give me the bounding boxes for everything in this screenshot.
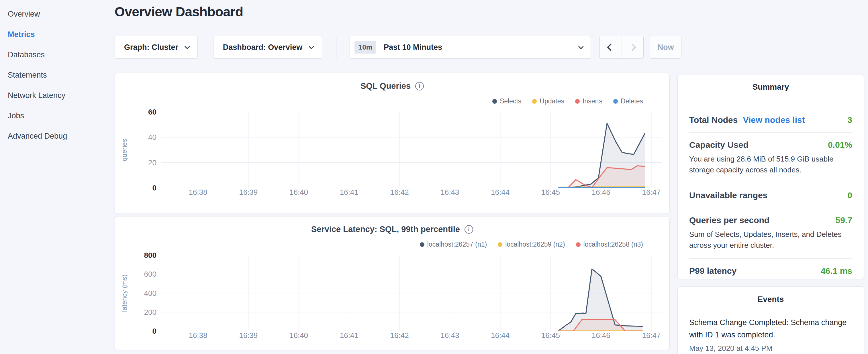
graph-scope-dropdown[interactable]: Graph: Cluster — [115, 36, 198, 59]
x-tick-label: 16:45 — [535, 331, 566, 340]
x-tick-label: 16:43 — [434, 331, 466, 340]
chart-plot[interactable] — [161, 255, 662, 331]
x-tick-label: 16:40 — [283, 188, 315, 197]
time-range-dropdown[interactable]: 10m Past 10 Minutes — [350, 36, 591, 59]
graph-scope-label: Graph: Cluster — [124, 43, 178, 52]
legend-dot-icon — [613, 99, 618, 104]
legend-item: Deletes — [613, 97, 643, 105]
chart-canvas — [161, 112, 662, 188]
x-tick-label: 16:38 — [182, 331, 214, 340]
sidebar-item-databases[interactable]: Databases — [0, 45, 115, 65]
x-tick-label: 16:46 — [585, 331, 617, 340]
service-latency-chart-panel: Service Latency: SQL, 99th percentile i … — [115, 216, 670, 350]
stat-subtext: Sum of Selects, Updates, Inserts, and De… — [689, 229, 850, 251]
sidebar-item-network-latency[interactable]: Network Latency — [0, 85, 115, 106]
x-tick-label: 16:44 — [485, 188, 516, 197]
dashboard-dropdown[interactable]: Dashboard: Overview — [213, 36, 322, 59]
legend-dot-icon — [498, 242, 502, 247]
legend-item: localhost:26258 (n3) — [576, 240, 643, 248]
chart-plot[interactable] — [161, 112, 662, 188]
y-tick-label: 60 — [129, 108, 156, 117]
y-tick-label: 0 — [129, 184, 156, 192]
sidebar-item-statements[interactable]: Statements — [0, 65, 115, 85]
legend-dot-icon — [575, 99, 580, 104]
stat-value: 0.01% — [828, 140, 852, 150]
legend-item: Updates — [532, 97, 564, 105]
x-tick-label: 16:45 — [535, 188, 566, 197]
sidebar-item-metrics[interactable]: Metrics — [0, 24, 115, 45]
legend-dot-icon — [532, 99, 537, 104]
chart-legend: SelectsUpdatesInsertsDeletes — [492, 97, 643, 105]
now-button[interactable]: Now — [650, 36, 681, 59]
stat-label: Unavailable ranges — [689, 190, 767, 200]
sidebar-nav: Overview Metrics Databases Statements Ne… — [0, 0, 115, 354]
stat-value: 46.1 ms — [821, 266, 852, 276]
stat-capacity-used: Capacity Used 0.01% You are using 28.6 M… — [689, 133, 852, 183]
sidebar-item-advanced-debug[interactable]: Advanced Debug — [0, 126, 115, 147]
chart-canvas — [161, 255, 662, 331]
time-range-badge: 10m — [354, 41, 376, 54]
y-axis-label: latency (ms) — [120, 255, 129, 331]
y-tick-label: 200 — [129, 308, 156, 317]
info-icon[interactable]: i — [415, 82, 424, 91]
x-tick-label: 16:46 — [585, 188, 617, 197]
dashboard-label: Dashboard: Overview — [223, 43, 303, 52]
events-panel: Events Schema Change Completed: Schema c… — [677, 286, 864, 354]
events-heading: Events — [689, 295, 852, 304]
x-tick-label: 16:42 — [384, 188, 415, 197]
y-tick-label: 0 — [129, 327, 156, 336]
x-tick-label: 16:47 — [636, 188, 667, 197]
stat-queries-per-second: Queries per second 59.7 Sum of Selects, … — [689, 208, 852, 258]
stat-value: 0 — [847, 190, 852, 200]
legend-item: localhost:26257 (n1) — [420, 240, 487, 248]
stat-value: 3 — [847, 115, 852, 125]
chevron-down-icon — [185, 44, 190, 49]
summary-panel: Summary Total Nodes View nodes list 3 Ca… — [677, 74, 864, 279]
sidebar-item-overview[interactable]: Overview — [0, 4, 115, 24]
stat-label: P99 latency — [689, 266, 737, 276]
chart-title: SQL Queries — [361, 81, 411, 91]
time-step-forward-button[interactable] — [622, 36, 644, 58]
y-tick-label: 20 — [129, 158, 156, 167]
time-range-label: Past 10 Minutes — [384, 43, 578, 52]
y-tick-label: 400 — [129, 289, 156, 298]
x-tick-label: 16:39 — [233, 331, 264, 340]
view-nodes-list-link[interactable]: View nodes list — [743, 115, 805, 125]
summary-heading: Summary — [689, 83, 852, 92]
y-tick-label: 800 — [129, 251, 156, 260]
y-tick-label: 600 — [129, 270, 156, 279]
stat-label: Total Nodes — [689, 115, 738, 125]
stat-unavailable-ranges: Unavailable ranges 0 — [689, 183, 852, 208]
time-step-buttons — [599, 36, 644, 59]
info-icon[interactable]: i — [465, 225, 473, 234]
stat-value: 59.7 — [836, 215, 852, 225]
legend-item: Selects — [492, 97, 521, 105]
chevron-down-icon — [578, 44, 584, 49]
chart-legend: localhost:26257 (n1)localhost:26259 (n2)… — [420, 240, 643, 248]
x-tick-label: 16:42 — [384, 331, 415, 340]
x-tick-label: 16:43 — [434, 188, 466, 197]
stat-label: Queries per second — [689, 215, 769, 225]
sidebar-item-jobs[interactable]: Jobs — [0, 106, 115, 126]
event-list-item[interactable]: Schema Change Completed: Schema change w… — [689, 317, 852, 353]
chevron-left-icon — [607, 43, 614, 51]
legend-dot-icon — [576, 242, 581, 247]
time-step-back-button[interactable] — [600, 36, 622, 58]
legend-dot-icon — [492, 99, 497, 104]
x-tick-label: 16:39 — [233, 188, 264, 197]
stat-subtext: You are using 28.6 MiB of 515.9 GiB usab… — [689, 154, 850, 175]
x-tick-label: 16:38 — [182, 188, 214, 197]
event-text: Schema Change Completed: Schema change w… — [689, 317, 852, 341]
chevron-down-icon — [309, 44, 314, 49]
x-tick-label: 16:44 — [485, 331, 516, 340]
stat-p99-latency: P99 latency 46.1 ms — [689, 259, 852, 283]
overview-dashboard-page: Overview Metrics Databases Statements Ne… — [0, 0, 868, 354]
y-tick-label: 40 — [129, 133, 156, 142]
controls-bar: Graph: Cluster Dashboard: Overview 10m P… — [115, 36, 716, 59]
legend-item: localhost:26259 (n2) — [498, 240, 565, 248]
chevron-right-icon — [629, 43, 636, 51]
legend-dot-icon — [420, 242, 425, 247]
x-tick-label: 16:40 — [283, 331, 315, 340]
legend-item: Inserts — [575, 97, 602, 105]
chart-title: Service Latency: SQL, 99th percentile — [311, 225, 460, 234]
